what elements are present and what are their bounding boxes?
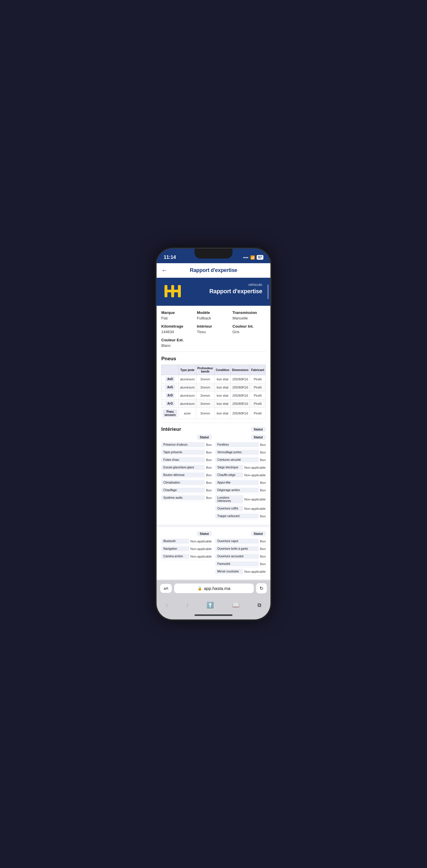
interior-row-label: Siège électrique (215, 465, 243, 470)
section2-right-row: Ouverture boîte à gants Bon (215, 545, 266, 553)
tabs-icon: ⧉ (258, 602, 261, 608)
interior-right-row: Trappe carburant Bon (215, 513, 266, 520)
interior-row-value: Bon (260, 458, 266, 462)
banner-title: Rapport d'expertise (183, 288, 262, 295)
th-fabricant: Fabricant (250, 365, 265, 375)
tire-fabricant-cell: Pirelli (250, 408, 265, 419)
main-content-card: Marque Fiat Modèle Fullback Transmission… (156, 306, 271, 525)
section2-right-row: Ouverture accoudoir Bon (215, 553, 266, 560)
interior-row-value: Bon (206, 481, 212, 485)
interior-left-row: Tapis présents Bon (161, 448, 212, 456)
couleur-int-item: Couleur Int. Gris (232, 324, 266, 334)
pneus-title: Pneus (161, 356, 266, 362)
kilometrage-value: 144634 (161, 330, 174, 334)
interior-row-label: Chauffe-siège (215, 472, 243, 477)
page-title: Rapport d'expertise (190, 267, 237, 273)
interior-row-value: Bon (260, 515, 266, 518)
vehicle-info-grid: Marque Fiat Modèle Fullback Transmission… (161, 310, 266, 348)
kilometrage-label: Kilométrage (161, 324, 195, 329)
tire-dimensions-cell: 205/80R16 (231, 383, 250, 392)
th-type-jante: Type jante (179, 365, 196, 375)
tire-dimensions-cell: 205/80R16 (231, 392, 250, 400)
s2-row-value: Bon (260, 555, 266, 558)
s2-left-header: Statut (161, 531, 212, 536)
s2-row-label: Ouverture accoudoir (215, 554, 259, 559)
interior-row-label: Verrouillage portes (215, 450, 259, 455)
scroll-indicator (267, 284, 268, 299)
back-nav-button[interactable]: ‹ (160, 599, 174, 612)
interior-row-label: Lumières intérieures (215, 495, 243, 503)
tire-dimensions-cell: 205/80R16 (231, 375, 250, 383)
home-bar (195, 614, 232, 616)
reload-button[interactable]: ↻ (256, 583, 267, 593)
interior-row-value: Bon (206, 466, 212, 469)
forward-nav-button[interactable]: › (180, 599, 194, 612)
couleur-ext-label: Couleur Ext. (161, 338, 266, 342)
interior-row-label: Présence d'odeurs (161, 442, 205, 447)
tire-pos-cell: ArD (162, 392, 179, 400)
th-condition: Condition (215, 365, 231, 375)
interior-right-row: Ceintures sécurité Bon (215, 456, 266, 464)
s2-row-label: Caméra arrière (161, 554, 189, 559)
interior-row-label: Chauffage (161, 488, 205, 493)
marque-label: Marque (161, 310, 195, 315)
signal-icon: ▪▪▪▪ (243, 255, 248, 260)
interior-row-value: Non-applicable (245, 507, 266, 510)
interior-row-label: Ouverture coffre (215, 506, 243, 511)
section2-right-row: Ouverture capot Bon (215, 537, 266, 545)
tire-label: ArG (166, 401, 175, 406)
interior-row-label: Tapis présents (161, 450, 205, 455)
s2-row-label: Ouverture boîte à gants (215, 546, 259, 551)
statut-left-badge: Statut (197, 435, 212, 440)
interior-left-row: Climatisation Bon (161, 479, 212, 487)
tire-condition-cell: bon état (215, 400, 231, 408)
tabs-button[interactable]: ⧉ (252, 600, 267, 611)
interior-right-row: Chauffe-siège Non-applicable (215, 471, 266, 479)
interieur-left-col: Statut Présence d'odeurs Bon Tapis prése… (161, 435, 212, 520)
modele-item: Modèle Fullback (197, 310, 230, 321)
statut-header-badge: Statut (251, 427, 266, 432)
transmission-label: Transmission (232, 310, 266, 315)
tire-label: AvG (165, 385, 175, 390)
interior-row-label: Trappe carburant (215, 514, 259, 519)
interior-row-label: Climatisation (161, 480, 205, 485)
tire-profondeur-cell: 3mmm (196, 408, 215, 419)
nav-bar: ← Rapport d'expertise (156, 263, 271, 278)
kilometrage-item: Kilométrage 144634 (161, 324, 195, 334)
tire-condition-cell: bon état (215, 408, 231, 419)
s2-row-value: Non-applicable (191, 539, 212, 543)
phone-frame: 11:14 ▪▪▪▪ 📶 97 ← Rapport d'expertise vé… (156, 249, 271, 619)
tire-row: AvG aluminium 3mmm bon état 205/80R16 Pi… (162, 383, 266, 392)
tire-fabricant-cell: Pirelli (250, 400, 265, 408)
interior-left-row: Fuites d'eau Bon (161, 456, 212, 464)
browser-bar: aA 🔒 app.hasta.ma ↻ (156, 580, 271, 596)
vehicule-label: véhicule (183, 282, 262, 287)
tire-fabricant-cell: Pirelli (250, 375, 265, 383)
interieur-title: Intérieur (161, 427, 181, 432)
tire-profondeur-cell: 3mmm (196, 400, 215, 408)
scroll-content[interactable]: véhicule Rapport d'expertise Marque Fiat… (156, 278, 271, 580)
font-size-control[interactable]: aA (160, 584, 172, 593)
share-button[interactable]: ⬆️ (201, 599, 220, 611)
tire-row: AvD aluminium 3mmm bon état 205/80R16 Pi… (162, 375, 266, 383)
bookmarks-button[interactable]: 📖 (226, 599, 245, 611)
tire-pos-cell: AvG (162, 383, 179, 392)
tire-pos-cell: ArG (162, 400, 179, 408)
interior-row-value: Bon (206, 451, 212, 454)
interior-row-label: Bouton détresse (161, 472, 205, 477)
url-bar[interactable]: 🔒 app.hasta.ma (174, 584, 254, 593)
tire-label: ArD (166, 393, 174, 398)
th-profondeur: Profondeur bande (196, 365, 215, 375)
interior-row-value: Bon (260, 481, 266, 485)
statut-right-badge: Statut (251, 435, 266, 440)
interior-row-value: Bon (260, 443, 266, 446)
interieur-grid: Statut Présence d'odeurs Bon Tapis prése… (161, 435, 266, 520)
s2-statut-left-badge: Statut (197, 531, 212, 536)
section2-left-col: Statut Bluetooth Non-applicable Navigati… (161, 531, 212, 576)
back-button[interactable]: ← (161, 267, 168, 274)
tire-condition-cell: bon état (215, 392, 231, 400)
interior-right-row: Appui-tête Bon (215, 479, 266, 487)
couleur-int-label: Couleur Int. (232, 324, 266, 329)
blue-banner: véhicule Rapport d'expertise (156, 278, 271, 306)
interior-row-label: Fuites d'eau (161, 457, 205, 462)
